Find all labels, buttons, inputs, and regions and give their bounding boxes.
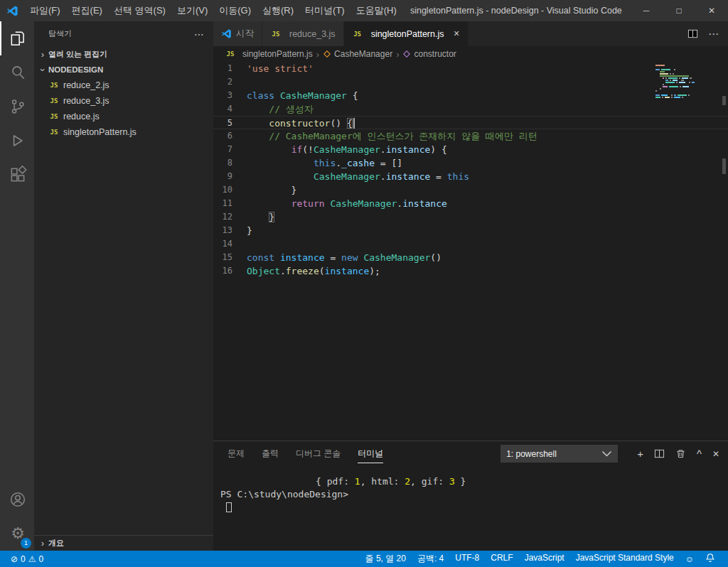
code-line[interactable]: 7 if(!CasheManager.instance) { [213,143,728,156]
breadcrumb-class[interactable]: CasheManager [323,49,392,59]
minimize-button[interactable]: ─ [630,0,663,21]
line-number[interactable]: 10 [213,183,247,197]
file-item[interactable]: JSreduce_3.js [34,93,213,109]
minimap[interactable] [655,65,718,99]
account-icon[interactable] [0,482,34,517]
code-lines: 1'use strict'23class CasheManager {4 // … [213,62,728,278]
notifications-bell-icon[interactable] [700,553,721,565]
menubar-item[interactable]: 실행(R) [257,0,299,21]
line-number[interactable]: 13 [213,224,247,237]
code-line[interactable]: 10 } [213,183,728,197]
file-item[interactable]: JSreduce_2.js [34,77,213,93]
code-line[interactable]: 13} [213,224,728,237]
menubar-item[interactable]: 이동(G) [213,0,257,21]
code-line[interactable]: 11 return CasheManager.instance [213,197,728,210]
code-token: . [380,144,386,155]
line-number[interactable]: 12 [213,210,247,224]
code-line[interactable]: 14 [213,237,728,251]
menubar-item[interactable]: 터미널(T) [299,0,350,21]
settings-gear-icon[interactable]: ⚙ 1 [0,517,34,551]
minimap-segment [676,82,678,83]
line-number[interactable]: 15 [213,251,247,264]
explorer-icon[interactable] [0,21,34,55]
source-control-icon[interactable] [0,90,34,124]
extensions-icon[interactable] [0,158,34,192]
tab-welcome[interactable]: 시작 [213,21,262,46]
line-number[interactable]: 1 [213,62,247,75]
menubar-item[interactable]: 도움말(H) [350,0,402,21]
code-line[interactable]: 1'use strict' [213,62,728,75]
status-encoding[interactable]: UTF-8 [449,553,485,565]
code-token: } [247,185,296,195]
breadcrumb-method[interactable]: constructor [402,49,456,59]
chevron-down-icon [601,448,612,459]
line-number[interactable]: 14 [213,237,247,251]
close-panel-icon[interactable]: ✕ [712,449,719,459]
line-number[interactable]: 11 [213,197,247,210]
menubar-item[interactable]: 파일(F) [24,0,66,21]
kill-terminal-trash-icon[interactable] [675,448,686,459]
code-line[interactable]: 12 } [213,210,728,224]
line-number[interactable]: 5 [213,117,247,129]
panel-tab-terminal[interactable]: 터미널 [358,445,383,463]
tab-reduce-3[interactable]: JS reduce_3.js [262,21,344,46]
line-number[interactable]: 7 [213,143,247,156]
outline-section[interactable]: › 개요 [34,535,213,551]
sidebar-more-icon[interactable]: ⋯ [194,28,205,40]
code-line[interactable]: 5 constructor() { [213,116,728,129]
code-line[interactable]: 15const instance = new CasheManager() [213,251,728,264]
code-line[interactable]: 9 CasheManager.instance = this [213,170,728,183]
tab-singleton-pattern[interactable]: JS singletonPattern.js ✕ [344,21,469,46]
problems-status[interactable]: ⊘ 0 ⚠ 0 [7,554,47,564]
split-editor-icon[interactable] [687,28,698,39]
line-number[interactable]: 2 [213,75,247,89]
code-line[interactable]: 4 // 생성자 [213,102,728,116]
maximize-panel-icon[interactable]: ^ [697,448,702,460]
line-number[interactable]: 6 [213,129,247,143]
line-number[interactable]: 3 [213,89,247,102]
new-terminal-icon[interactable]: + [637,448,643,460]
status-indentation[interactable]: 공백: 4 [412,553,449,565]
menubar-item[interactable]: 편집(E) [66,0,108,21]
panel-tab-debug-console[interactable]: 디버그 콘솔 [296,445,341,463]
file-item[interactable]: JSsingletonPattern.js [34,124,213,140]
code-line[interactable]: 6 // CasheManager에 인스턴스가 존재하지 않을 때에만 리턴 [213,129,728,143]
code-line[interactable]: 8 this._cashe = [] [213,156,728,170]
menubar-item[interactable]: 보기(V) [171,0,213,21]
more-actions-icon[interactable]: ⋯ [708,28,719,40]
minimap-line [655,73,718,75]
folder-section-nodedesign[interactable]: › NODEDESIGN [34,62,213,77]
close-tab-icon[interactable]: ✕ [453,29,459,38]
status-eol[interactable]: CRLF [485,553,518,565]
file-item[interactable]: JSreduce.js [34,109,213,124]
line-number[interactable]: 8 [213,156,247,170]
code-line[interactable]: 16Object.freeze(instance); [213,264,728,278]
panel-tab-problems[interactable]: 문제 [228,445,245,463]
terminal[interactable]: { pdf: 1, html: 2, gif: 3 }PS C:\study\n… [213,466,728,551]
status-cursor-position[interactable]: 줄 5, 열 20 [360,553,412,565]
split-terminal-icon[interactable] [654,448,665,459]
code-text: 'use strict' [247,62,314,75]
js-file-icon: JS [225,50,236,58]
code-editor[interactable]: 1'use strict'23class CasheManager {4 // … [213,62,728,441]
code-token: CasheManager [363,252,430,263]
code-token: . [280,266,286,276]
code-line[interactable]: 2 [213,75,728,89]
line-number[interactable]: 4 [213,102,247,116]
code-token: if [291,144,303,155]
open-editors-section[interactable]: › 열려 있는 편집기 [34,46,213,62]
feedback-icon[interactable]: ☺ [680,554,700,564]
run-debug-icon[interactable] [0,124,34,158]
code-line[interactable]: 3class CasheManager { [213,89,728,102]
menubar-item[interactable]: 선택 영역(S) [108,0,171,21]
terminal-shell-select[interactable]: 1: powershell [500,445,618,463]
status-linter[interactable]: JavaScript Standard Style [570,553,680,565]
breadcrumb-file[interactable]: JS singletonPattern.js [225,49,313,59]
status-language-mode[interactable]: JavaScript [519,553,570,565]
panel-tab-output[interactable]: 출력 [262,445,279,463]
line-number[interactable]: 16 [213,264,247,278]
line-number[interactable]: 9 [213,170,247,183]
close-button[interactable]: ✕ [695,0,728,21]
search-icon[interactable] [0,55,34,90]
maximize-button[interactable]: □ [663,0,695,21]
